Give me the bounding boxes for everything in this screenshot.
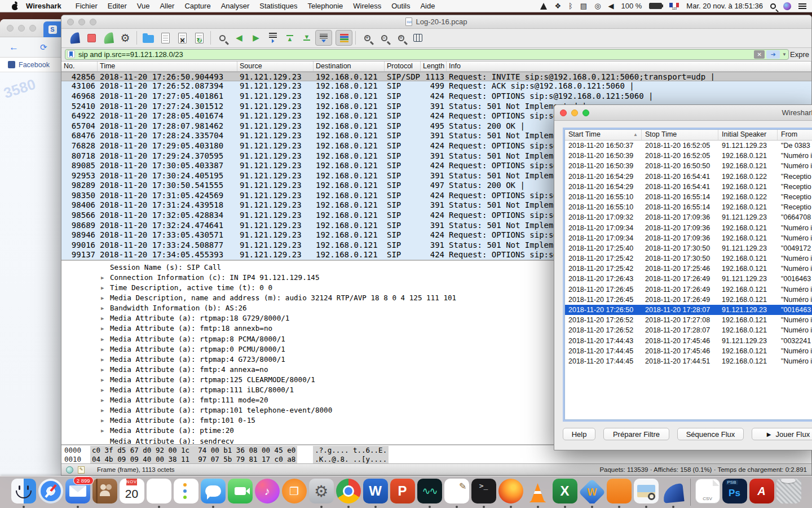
voip-title-bar[interactable]: Wireshark bbox=[554, 105, 812, 121]
column-protocol[interactable]: Protocol bbox=[385, 62, 421, 71]
filter-apply-icon[interactable]: ➜ bbox=[766, 50, 780, 59]
reload-file-icon[interactable]: ↻ bbox=[191, 30, 208, 46]
menu-vue[interactable]: Vue bbox=[137, 2, 150, 10]
last-packet-icon[interactable]: ▼ bbox=[298, 30, 315, 46]
dock-preview[interactable] bbox=[634, 479, 659, 508]
main-title-bar[interactable]: Log-20-16.pcap bbox=[61, 15, 811, 29]
column-destination[interactable]: Destination bbox=[314, 62, 385, 71]
packet-row[interactable]: 469682018-11-20 17:27:05.40186191.121.12… bbox=[61, 91, 811, 102]
column-length[interactable]: Length bbox=[421, 62, 447, 71]
menu-aide[interactable]: Aide bbox=[420, 2, 435, 10]
dock-finder[interactable] bbox=[11, 479, 36, 508]
dock-firefox[interactable] bbox=[498, 479, 523, 508]
dock-chrome[interactable] bbox=[336, 479, 361, 508]
next-packet-icon[interactable]: ▶ bbox=[248, 30, 264, 46]
zoom-button[interactable] bbox=[90, 19, 96, 25]
column-source[interactable]: Source bbox=[237, 62, 314, 71]
packet-row[interactable]: 431062018-11-20 17:26:52.08739491.121.12… bbox=[61, 81, 811, 91]
browser-minimize-button[interactable] bbox=[18, 25, 25, 32]
flow-sequence-button[interactable]: Séquence Flux bbox=[677, 428, 744, 440]
menu-wireless[interactable]: Wireless bbox=[353, 2, 381, 10]
expression-button[interactable]: Expre bbox=[790, 50, 811, 59]
column-no[interactable]: No. bbox=[61, 62, 98, 71]
dock-mail[interactable]: 2 899 bbox=[65, 479, 90, 508]
app-menu-title[interactable]: Wireshark bbox=[26, 2, 61, 10]
call-row[interactable]: 2018-11-20 16:54:292018-11-20 16:54:4119… bbox=[565, 172, 812, 182]
voip-column-stoptime[interactable]: Stop Time bbox=[642, 130, 718, 140]
open-file-icon[interactable] bbox=[140, 30, 157, 46]
menu-clock[interactable]: Mar. 20 nov. à 18:51:36 bbox=[686, 2, 763, 10]
packet-row[interactable]: 428562018-11-20 17:26:50.90449391.121.12… bbox=[61, 72, 811, 82]
close-file-icon[interactable]: ✕ bbox=[174, 30, 191, 46]
stop-capture-icon[interactable] bbox=[83, 30, 100, 46]
dock-messages[interactable] bbox=[201, 479, 226, 508]
dock-facetime[interactable] bbox=[228, 479, 253, 508]
dock-ibooks[interactable]: ❐ bbox=[282, 479, 307, 508]
voip-column-starttime[interactable]: Start Time▲ bbox=[565, 130, 642, 140]
call-row[interactable]: 2018-11-20 17:44:452018-11-20 17:45:4619… bbox=[565, 346, 812, 356]
filter-clear-icon[interactable]: ✕ bbox=[754, 50, 765, 59]
dock-trash[interactable] bbox=[776, 479, 801, 508]
expert-info-icon[interactable] bbox=[66, 466, 73, 474]
expand-triangle-icon[interactable]: ▶ bbox=[101, 395, 110, 405]
reload-icon[interactable]: ⟳ bbox=[40, 42, 47, 52]
first-packet-icon[interactable]: ▲ bbox=[281, 30, 298, 46]
zoom-out-icon[interactable]: − bbox=[376, 30, 392, 46]
dock-calculator[interactable] bbox=[607, 479, 632, 508]
dock-terminal[interactable]: >_ bbox=[471, 479, 496, 508]
dock-reminders[interactable] bbox=[174, 479, 198, 508]
call-row[interactable]: 2018-11-20 17:25:402018-11-20 17:30:5091… bbox=[565, 243, 812, 253]
calls-table-header[interactable]: Start Time▲Stop TimeInitial SpeakerFrom bbox=[565, 130, 812, 141]
browser-tab[interactable]: S bbox=[43, 21, 61, 37]
expand-triangle-icon[interactable]: ▶ bbox=[101, 405, 110, 415]
call-row[interactable]: 2018-11-20 16:55:102018-11-20 16:55:1419… bbox=[565, 192, 812, 202]
expand-triangle-icon[interactable]: ▶ bbox=[101, 313, 110, 323]
keyboard-viewer-icon[interactable]: ▤ bbox=[580, 2, 587, 10]
expand-triangle-icon[interactable]: ▶ bbox=[101, 273, 110, 283]
find-packet-icon[interactable] bbox=[214, 30, 231, 46]
save-file-icon[interactable] bbox=[157, 30, 174, 46]
capture-comment-icon[interactable]: ✎ bbox=[78, 466, 85, 474]
dock-excel[interactable]: X bbox=[553, 479, 577, 508]
close-button[interactable] bbox=[67, 19, 74, 25]
volume-icon[interactable]: ◀ bbox=[608, 2, 614, 10]
swirl-icon[interactable]: ◎ bbox=[594, 2, 601, 10]
dock-textedit[interactable]: ✎ bbox=[444, 479, 469, 508]
call-row[interactable]: 2018-11-20 16:50:392018-11-20 16:50:5019… bbox=[565, 161, 812, 171]
battery-icon[interactable] bbox=[649, 3, 662, 9]
dock-photoshop[interactable]: PSBPs bbox=[722, 479, 747, 508]
voip-column-from[interactable]: From bbox=[778, 130, 812, 140]
dock-itunes[interactable]: ♪ bbox=[255, 479, 280, 508]
previous-packet-icon[interactable]: ◀ bbox=[231, 30, 248, 46]
menu-statistiques[interactable]: Statistiques bbox=[259, 2, 297, 10]
expand-triangle-icon[interactable]: ▶ bbox=[101, 385, 110, 395]
dock-word[interactable]: W bbox=[363, 479, 388, 508]
dropbox-icon[interactable]: ❖ bbox=[554, 2, 561, 10]
zoom-reset-icon[interactable]: = bbox=[392, 30, 409, 46]
call-row[interactable]: 2018-11-20 17:44:432018-11-20 17:45:4691… bbox=[565, 336, 812, 346]
colorize-icon[interactable] bbox=[336, 30, 352, 46]
autoscroll-icon[interactable] bbox=[315, 30, 332, 46]
resize-columns-icon[interactable] bbox=[409, 30, 426, 46]
keyboard-layout-flag-icon[interactable]: 123 bbox=[669, 3, 679, 10]
dock-contacts[interactable] bbox=[92, 479, 117, 508]
dock-csv-file[interactable]: CSV bbox=[695, 479, 720, 508]
zoom-in-icon[interactable]: + bbox=[359, 30, 376, 46]
voip-zoom-button[interactable] bbox=[582, 110, 589, 116]
minimize-button[interactable] bbox=[78, 19, 85, 25]
hex-row[interactable]: 001004 4b 09 09 40 00 38 11 97 07 5b 79 … bbox=[61, 455, 811, 463]
apple-menu-icon[interactable] bbox=[10, 2, 19, 11]
menu-editer[interactable]: Editer bbox=[108, 2, 127, 10]
expand-triangle-icon[interactable]: ▶ bbox=[101, 344, 110, 354]
packet-list-header[interactable]: No.TimeSourceDestinationProtocolLengthIn… bbox=[61, 62, 811, 72]
browser-close-button[interactable] bbox=[7, 25, 14, 32]
dock-vlc[interactable] bbox=[526, 479, 550, 508]
voip-close-button[interactable] bbox=[560, 110, 567, 116]
prepare-filter-button[interactable]: Préparer Filtre bbox=[603, 428, 669, 440]
expand-triangle-icon[interactable]: ▶ bbox=[101, 354, 110, 365]
back-icon[interactable]: ← bbox=[9, 42, 19, 53]
voip-column-initialspeaker[interactable]: Initial Speaker bbox=[718, 130, 778, 140]
dock-wireshark[interactable] bbox=[661, 479, 686, 508]
restart-capture-icon[interactable] bbox=[100, 30, 117, 46]
call-row[interactable]: 2018-11-20 16:54:292018-11-20 16:54:4119… bbox=[565, 182, 812, 192]
